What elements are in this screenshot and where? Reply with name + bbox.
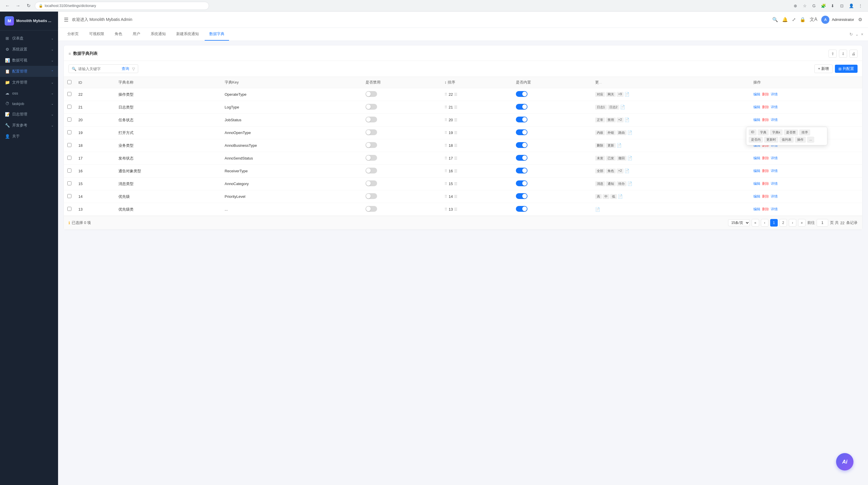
col-chip-values[interactable]: 值列表: [779, 137, 794, 143]
tab-refresh-icon[interactable]: ↻: [849, 32, 853, 37]
col-chip-more[interactable]: ...: [807, 137, 814, 143]
search-input[interactable]: [78, 67, 119, 71]
disabled-toggle[interactable]: [366, 117, 377, 122]
language-icon[interactable]: 文A: [810, 17, 817, 23]
cell-internal[interactable]: [513, 88, 592, 101]
row-checkbox[interactable]: [64, 127, 75, 139]
page-2-button[interactable]: 2: [779, 219, 787, 227]
tab-role[interactable]: 角色: [110, 28, 127, 41]
row-checkbox[interactable]: [64, 139, 75, 152]
ai-badge[interactable]: Ai: [836, 453, 854, 471]
extensions-icon[interactable]: 🧩: [819, 2, 827, 10]
address-bar[interactable]: 🔒 localhost:3100/settings/dictionary: [35, 2, 209, 10]
expand-icon[interactable]: 📄: [617, 143, 622, 148]
edit-link[interactable]: 编辑: [753, 105, 760, 110]
detail-link[interactable]: 详情: [771, 105, 778, 110]
row-checkbox[interactable]: [64, 177, 75, 190]
row-checkbox[interactable]: [64, 203, 75, 216]
cell-internal[interactable]: [513, 165, 592, 177]
cell-disabled[interactable]: [362, 127, 441, 139]
detail-link[interactable]: 详情: [771, 207, 778, 212]
settings-header-icon[interactable]: ⚙: [858, 17, 862, 22]
col-chip-actions[interactable]: 操作: [795, 137, 806, 143]
drag-handle[interactable]: ⠿: [444, 105, 447, 109]
grammarly-icon[interactable]: G: [810, 2, 818, 10]
expand-icon[interactable]: 📄: [627, 130, 632, 135]
new-button[interactable]: + 新增: [814, 64, 833, 73]
row-checkbox[interactable]: [64, 101, 75, 114]
internal-toggle[interactable]: [516, 181, 527, 186]
internal-toggle[interactable]: [516, 193, 527, 199]
sidebar-logo[interactable]: M Monolith Mybatis ...: [0, 11, 58, 30]
internal-toggle[interactable]: [516, 91, 527, 97]
page-size-select[interactable]: 15条/页 10条/页 20条/页 50条/页: [728, 219, 750, 226]
cell-disabled[interactable]: [362, 152, 441, 165]
col-chip-name[interactable]: 字典: [758, 129, 769, 135]
sidebar-item-log-mgmt[interactable]: 📝 日志管理 ⌄: [0, 109, 58, 120]
cell-disabled[interactable]: [362, 88, 441, 101]
expand-icon[interactable]: 📄: [627, 156, 632, 161]
menu-icon[interactable]: ⋮: [857, 2, 865, 10]
tab-close-icon[interactable]: ×: [861, 32, 863, 37]
tab-new-sys-notice[interactable]: 新建系统通知: [172, 28, 204, 41]
tab-analysis[interactable]: 分析页: [63, 28, 83, 41]
page-last-button[interactable]: »: [798, 219, 806, 227]
drag-handle[interactable]: ⠿: [444, 194, 447, 199]
page-next-button[interactable]: ›: [789, 219, 796, 227]
drag-handle[interactable]: ⠿: [444, 143, 447, 148]
edit-link[interactable]: 编辑: [753, 156, 760, 161]
delete-link[interactable]: 删除: [762, 194, 769, 199]
cell-internal[interactable]: [513, 101, 592, 114]
drag-handle[interactable]: ⠿: [444, 169, 447, 173]
internal-toggle[interactable]: [516, 117, 527, 122]
tab-more-icon[interactable]: ⌄: [855, 32, 859, 37]
delete-link[interactable]: 删除: [762, 168, 769, 173]
delete-link[interactable]: 删除: [762, 207, 769, 212]
detail-link[interactable]: 详情: [771, 194, 778, 199]
tab-user[interactable]: 用户: [128, 28, 145, 41]
detail-link[interactable]: 详情: [771, 118, 778, 122]
download-icon[interactable]: ⬇: [829, 2, 837, 10]
disabled-toggle[interactable]: [366, 155, 377, 161]
disabled-toggle[interactable]: [366, 181, 377, 186]
disabled-toggle[interactable]: [366, 168, 377, 173]
disabled-toggle[interactable]: [366, 193, 377, 199]
cell-disabled[interactable]: [362, 139, 441, 152]
internal-toggle[interactable]: [516, 104, 527, 110]
col-config-button[interactable]: ⊞ 列配置: [835, 65, 858, 73]
edit-link[interactable]: 编辑: [753, 194, 760, 199]
header-user[interactable]: A Administrator: [821, 16, 854, 24]
edit-link[interactable]: 编辑: [753, 92, 760, 97]
edit-link[interactable]: 编辑: [753, 118, 760, 122]
delete-link[interactable]: 删除: [762, 181, 769, 186]
cell-disabled[interactable]: [362, 165, 441, 177]
expand-icon[interactable]: 📄: [627, 181, 632, 186]
expand-icon[interactable]: 📄: [624, 92, 629, 97]
th-select-all[interactable]: [64, 77, 75, 88]
col-chip-internal[interactable]: 是否内: [749, 137, 763, 143]
bookmark-icon[interactable]: ☆: [801, 2, 809, 10]
tab-data-dict[interactable]: 数据字典: [205, 28, 229, 41]
expand-icon[interactable]: 📄: [624, 118, 629, 122]
row-checkbox[interactable]: [64, 88, 75, 101]
internal-toggle[interactable]: [516, 206, 527, 212]
expand-icon[interactable]: 📄: [618, 194, 623, 199]
forward-button[interactable]: →: [14, 2, 22, 10]
delete-link[interactable]: 删除: [762, 105, 769, 110]
sidebar-item-dev-ref[interactable]: 🔧 开发参考 ⌄: [0, 120, 58, 131]
cell-internal[interactable]: [513, 152, 592, 165]
page-goto-input[interactable]: [817, 219, 828, 227]
col-chip-update[interactable]: 更新时: [764, 137, 778, 143]
print-button[interactable]: 🖨: [849, 50, 858, 58]
cell-disabled[interactable]: [362, 177, 441, 190]
sidebar-item-system-settings[interactable]: ⚙ 系统设置 ⌄: [0, 44, 58, 55]
drag-handle[interactable]: ⠿: [444, 182, 447, 186]
sidebar-item-data-visual[interactable]: 📊 数据可视 ⌄: [0, 55, 58, 66]
internal-toggle[interactable]: [516, 155, 527, 161]
row-checkbox[interactable]: [64, 190, 75, 203]
drag-handle[interactable]: ⠿: [444, 156, 447, 160]
download-button[interactable]: ⇩: [839, 50, 847, 58]
cell-internal[interactable]: [513, 190, 592, 203]
row-checkbox[interactable]: [64, 152, 75, 165]
sidebar-item-file-mgmt[interactable]: 📁 文件管理 ⌄: [0, 77, 58, 88]
